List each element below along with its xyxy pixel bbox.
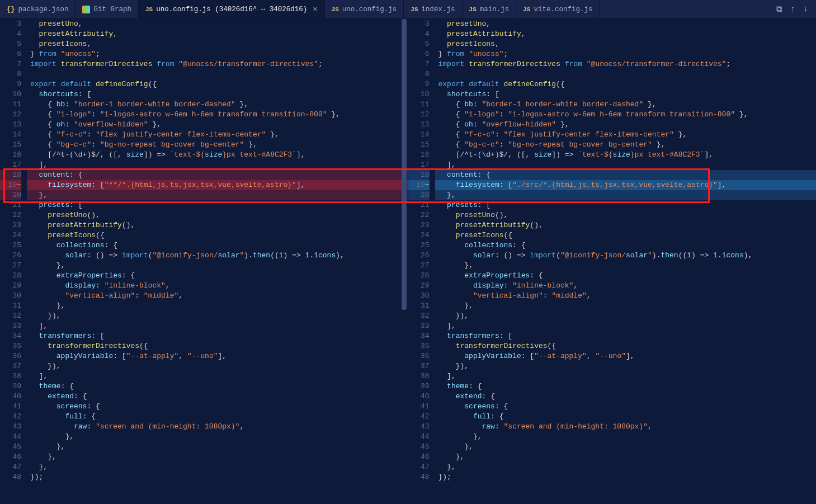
tab-vite-config[interactable]: JS vite.config.js: [516, 0, 600, 18]
tab-label: package.json: [18, 6, 68, 13]
json-icon: {}: [7, 6, 15, 13]
previous-change-icon[interactable]: ↑: [790, 4, 795, 14]
js-icon: JS: [411, 6, 418, 13]
tab-git-graph[interactable]: Git Graph: [76, 0, 139, 18]
close-icon[interactable]: ×: [313, 5, 317, 14]
tab-label: Git Graph: [93, 6, 131, 13]
tab-label: vite.config.js: [534, 6, 592, 13]
code-left[interactable]: presetUno, presetAttributify, presetIcon…: [27, 19, 408, 482]
diff-pane-left[interactable]: 345678910111213141516171819−202122232425…: [0, 19, 408, 504]
tab-main-js[interactable]: JS main.js: [463, 0, 517, 18]
tab-label: main.js: [480, 6, 510, 13]
tab-package-json[interactable]: {} package.json: [0, 0, 76, 18]
js-icon: JS: [332, 6, 339, 13]
diff-editor: 345678910111213141516171819−202122232425…: [0, 19, 816, 504]
diff-pane-right[interactable]: 345678910111213141516171819+202122232425…: [408, 19, 817, 504]
tab-label: uno.config.js (34026d16^ ↔ 34026d16): [156, 6, 307, 13]
scrollbar-thumb[interactable]: [402, 19, 407, 310]
tab-index-js[interactable]: JS index.js: [404, 0, 462, 18]
editor-actions: ⧉ ↑ ↓: [768, 0, 816, 18]
line-gutter-right: 345678910111213141516171819+202122232425…: [408, 19, 435, 482]
code-right[interactable]: presetUno, presetAttributify, presetIcon…: [435, 19, 817, 482]
open-changes-icon[interactable]: ⧉: [776, 4, 782, 15]
js-icon: JS: [469, 6, 477, 13]
tab-uno-config[interactable]: JS uno.config.js: [325, 0, 404, 18]
next-change-icon[interactable]: ↓: [803, 4, 808, 14]
js-icon: JS: [145, 6, 153, 13]
tabbar: {} package.json Git Graph JS uno.config.…: [0, 0, 816, 19]
tab-label: uno.config.js: [342, 6, 397, 13]
tab-uno-config-diff[interactable]: JS uno.config.js (34026d16^ ↔ 34026d16) …: [139, 0, 325, 18]
git-graph-icon: [82, 6, 90, 13]
line-gutter-left: 345678910111213141516171819−202122232425…: [0, 19, 27, 482]
js-icon: JS: [523, 6, 530, 13]
tab-label: index.js: [422, 6, 455, 13]
